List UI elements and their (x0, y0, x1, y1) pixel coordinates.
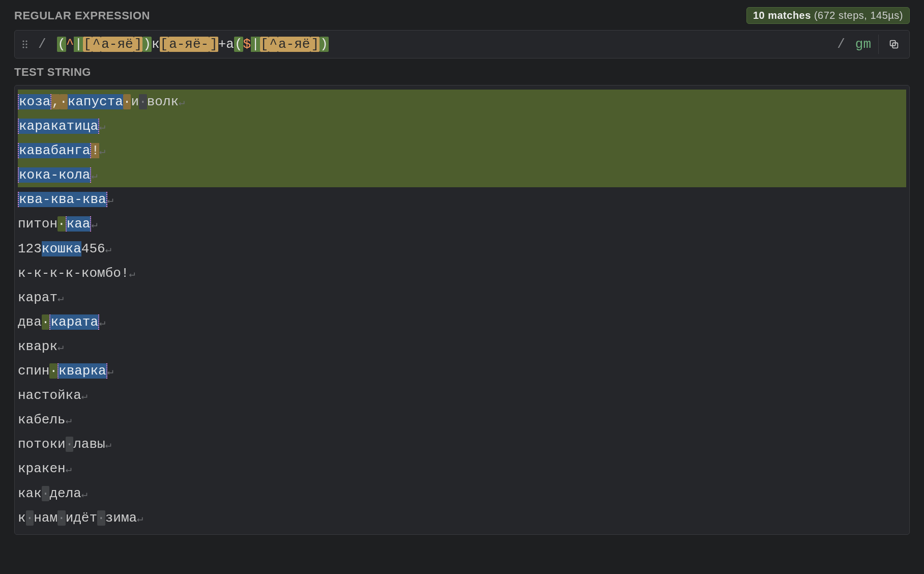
test-line: кавабанга!↵ (18, 138, 906, 163)
test-segment: настойка (18, 388, 81, 403)
test-segment: дела (49, 486, 81, 501)
regex-cc-neg: ^ (269, 37, 278, 52)
test-line: потоки·лавы↵ (18, 432, 906, 456)
test-segment: два (18, 314, 42, 330)
regex-pattern-field[interactable]: ( ^ | [ ^ а-яё ] ) к [ а-яё- ] + а ( $ |… (49, 37, 834, 52)
test-segment: 123 (18, 241, 42, 256)
test-line: ква-ква-ква↵ (18, 187, 906, 212)
test-segment: кавабанга (18, 143, 91, 158)
test-line: к·нам·идёт·зима↵ (18, 506, 906, 530)
newline-icon: ↵ (129, 268, 135, 280)
test-segment: · (97, 510, 105, 526)
regex-alt: | (74, 37, 83, 52)
test-segment: · (123, 94, 131, 109)
regex-cc-close: ] (310, 37, 320, 52)
test-segment: к-к-к-к-комбо! (18, 266, 129, 281)
regex-flags[interactable]: gm (848, 37, 878, 52)
newline-icon: ↵ (137, 513, 143, 525)
test-line: два·карата↵ (18, 310, 906, 334)
test-line: кварк↵ (18, 334, 906, 359)
test-line: каракатица↵ (18, 114, 906, 138)
test-segment: каа (66, 216, 92, 232)
test-segment: кракен (18, 461, 66, 476)
regex-cc-neg: ^ (92, 37, 101, 52)
regex-cc-close: ] (209, 37, 218, 52)
test-segment: коза (18, 94, 51, 109)
regex-cc-body: а-яё- (168, 37, 209, 52)
regex-cc-close: ] (134, 37, 143, 52)
regex-paren: ) (320, 37, 329, 52)
test-line: кабель↵ (18, 408, 906, 432)
test-segment: , (51, 94, 60, 109)
regex-section-title: REGULAR EXPRESSION (14, 9, 150, 22)
regex-input-bar: / ( ^ | [ ^ а-яё ] ) к [ а-яё- ] + а ( $… (14, 30, 910, 59)
regex-cc-open: [ (160, 37, 169, 52)
test-segment: · (42, 486, 50, 501)
regex-paren: ( (234, 37, 243, 52)
newline-icon: ↵ (107, 194, 113, 206)
test-segment: идёт (66, 510, 97, 526)
test-segment: кабель (18, 412, 66, 427)
regex-header: REGULAR EXPRESSION 10 matches (672 steps… (0, 0, 924, 30)
newline-icon: ↵ (66, 415, 72, 426)
test-segment: кока-кола (18, 167, 91, 183)
regex-literal: а (226, 37, 234, 52)
test-line: карат↵ (18, 285, 906, 310)
newline-icon: ↵ (99, 317, 105, 329)
newline-icon: ↵ (99, 121, 105, 133)
test-line: кока-кола↵ (18, 163, 906, 187)
newline-icon: ↵ (105, 244, 111, 255)
test-segment: · (57, 216, 66, 232)
test-segment: спин (18, 363, 49, 379)
test-segment: 456 (81, 241, 105, 256)
match-detail: (672 steps, 145µs) (814, 10, 903, 21)
match-count: 10 matches (753, 10, 811, 21)
svg-point-0 (22, 40, 24, 42)
newline-icon: ↵ (81, 390, 88, 402)
copy-regex-button[interactable] (879, 39, 909, 50)
drag-handle-icon[interactable] (15, 39, 35, 49)
test-line: настойка↵ (18, 383, 906, 408)
test-line: спин·кварка↵ (18, 359, 906, 383)
test-string-field[interactable]: коза,·капуста·и·волк↵каракатица↵кавабанг… (14, 85, 910, 535)
test-segment: как (18, 486, 42, 501)
newline-icon: ↵ (179, 97, 185, 108)
test-segment: · (57, 510, 66, 526)
regex-cc-open: [ (83, 37, 92, 52)
regex-cc-body: а-яё (101, 37, 133, 52)
newline-icon: ↵ (91, 219, 97, 231)
test-segment: ква-ква-ква (18, 192, 107, 207)
newline-icon: ↵ (91, 170, 97, 182)
test-segment: потоки (18, 437, 66, 452)
test-section-title: TEST STRING (14, 66, 91, 79)
regex-dollar: $ (243, 37, 251, 52)
test-line: питон·каа↵ (18, 212, 906, 236)
test-segment: нам (34, 510, 57, 526)
test-segment: карат (18, 290, 57, 305)
newline-icon: ↵ (57, 341, 64, 353)
match-badge: 10 matches (672 steps, 145µs) (746, 7, 910, 24)
test-segment: питон (18, 216, 57, 232)
newline-icon: ↵ (107, 366, 113, 378)
regex-quantifier: + (218, 37, 226, 52)
test-segment: зима (105, 510, 137, 526)
test-segment: ! (91, 143, 99, 158)
newline-icon: ↵ (57, 293, 64, 304)
test-segment: кошка (42, 241, 81, 256)
regex-slash-open: / (35, 37, 49, 52)
test-segment: каракатица (18, 119, 99, 134)
regex-paren: ( (57, 37, 66, 52)
test-segment: лавы (73, 437, 105, 452)
test-segment: · (26, 510, 34, 526)
newline-icon: ↵ (99, 146, 105, 157)
test-line: 123кошка456↵ (18, 237, 906, 261)
newline-icon: ↵ (66, 464, 72, 475)
test-segment: · (139, 94, 147, 109)
test-segment: капуста (68, 94, 123, 109)
newline-icon: ↵ (81, 489, 88, 500)
regex-paren: ) (142, 37, 152, 52)
svg-point-2 (22, 43, 24, 45)
test-segment: · (66, 437, 74, 452)
test-line: как·дела↵ (18, 481, 906, 506)
svg-point-3 (25, 43, 27, 45)
